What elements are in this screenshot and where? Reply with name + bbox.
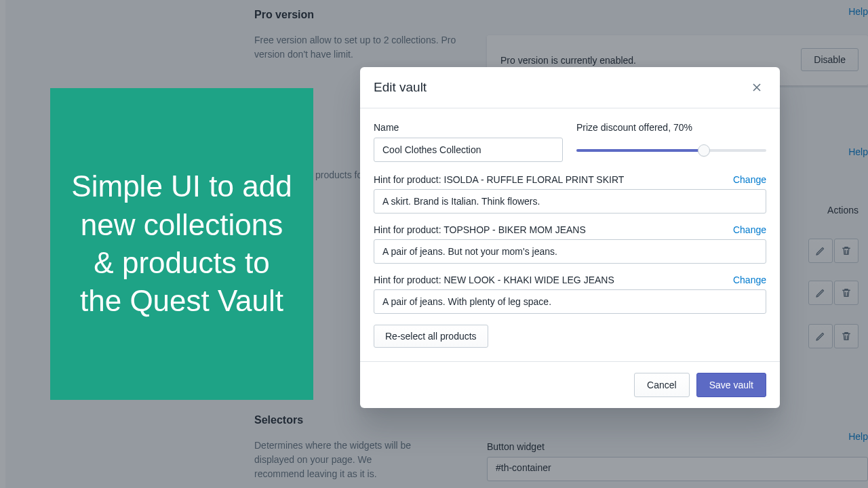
close-icon	[750, 81, 764, 94]
hint-input[interactable]	[374, 239, 766, 264]
modal-footer: Cancel Save vault	[360, 361, 780, 408]
discount-label: Prize discount offered, 70%	[576, 122, 766, 133]
hint-label: Hint for product: TOPSHOP - BIKER MOM JE…	[374, 224, 586, 235]
change-product-button[interactable]: Change	[733, 224, 766, 235]
hint-input[interactable]	[374, 289, 766, 314]
change-product-button[interactable]: Change	[733, 274, 766, 285]
change-product-button[interactable]: Change	[733, 174, 766, 185]
hint-block: Hint for product: TOPSHOP - BIKER MOM JE…	[374, 224, 766, 264]
edit-vault-modal: Edit vault Name Prize discount offered, …	[360, 67, 780, 408]
hint-label: Hint for product: NEW LOOK - KHAKI WIDE …	[374, 274, 614, 285]
hint-input[interactable]	[374, 189, 766, 214]
modal-body: Name Prize discount offered, 70% Hint fo…	[360, 108, 780, 361]
slider-thumb[interactable]	[698, 144, 710, 157]
close-button[interactable]	[747, 78, 766, 97]
hint-block: Hint for product: ISOLDA - RUFFLE FLORAL…	[374, 174, 766, 214]
reselect-products-button[interactable]: Re-select all products	[374, 325, 488, 348]
name-field-group: Name	[374, 122, 563, 162]
slider-fill	[576, 149, 704, 152]
discount-slider-group: Prize discount offered, 70%	[576, 122, 766, 162]
name-input[interactable]	[374, 138, 563, 162]
discount-slider[interactable]	[576, 144, 766, 157]
hint-label: Hint for product: ISOLDA - RUFFLE FLORAL…	[374, 174, 624, 185]
promo-overlay: Simple UI to add new collections & produ…	[50, 88, 313, 400]
name-label: Name	[374, 122, 563, 133]
save-vault-button[interactable]: Save vault	[696, 373, 766, 397]
modal-header: Edit vault	[360, 67, 780, 108]
modal-title: Edit vault	[374, 80, 427, 95]
promo-text: Simple UI to add new collections & produ…	[71, 167, 293, 320]
cancel-button[interactable]: Cancel	[634, 373, 690, 397]
hint-block: Hint for product: NEW LOOK - KHAKI WIDE …	[374, 274, 766, 314]
